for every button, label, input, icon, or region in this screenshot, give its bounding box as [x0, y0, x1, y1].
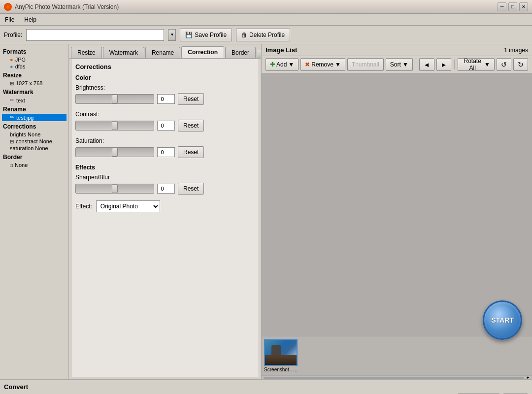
- tab-border[interactable]: Border: [225, 47, 256, 58]
- window-controls[interactable]: ─ □ ✕: [498, 2, 528, 11]
- sidebar-item-brights[interactable]: brights None: [2, 131, 66, 138]
- menubar: File Help: [0, 14, 532, 26]
- sidebar-corrections-header: Corrections: [2, 121, 66, 131]
- effect-select-row: Effect: Original Photo Sepia Black and W…: [75, 200, 255, 212]
- saturation-control: Saturation: Reset: [75, 137, 255, 158]
- brightness-input[interactable]: [157, 94, 175, 104]
- mini-photo: [265, 340, 297, 365]
- sidebar-item-dfds[interactable]: ● dfds: [2, 63, 66, 70]
- scrollbar-track[interactable]: [264, 377, 524, 379]
- saturation-reset-button[interactable]: Reset: [178, 146, 204, 158]
- profile-dropdown-button[interactable]: ▼: [168, 29, 176, 41]
- add-button[interactable]: ✚ Add ▼: [266, 58, 299, 71]
- menu-file[interactable]: File: [2, 15, 17, 24]
- menu-help[interactable]: Help: [21, 15, 39, 24]
- main-content: Formats ● JPG ● dfds Resize ⊞ 1027 x 768…: [0, 44, 532, 379]
- sidebar-item-constract[interactable]: ⊟ constract None: [2, 138, 66, 145]
- saturation-label: Saturation:: [75, 137, 255, 144]
- sidebar-resize-header: Resize: [2, 70, 66, 80]
- rotate-right-button[interactable]: ►: [436, 58, 452, 71]
- constract-icon: ⊟: [10, 139, 14, 144]
- corrections-panel: Corrections Color Brightness: Reset Cont…: [71, 59, 259, 377]
- strip-scrollbar[interactable]: ►: [262, 375, 532, 379]
- right-panel: Image List 1 images ✚ Add ▼ ✖ Remove ▼ T…: [261, 44, 532, 379]
- toolbar-separator-2: [454, 60, 455, 69]
- minimize-button[interactable]: ─: [498, 2, 506, 11]
- thumbnail-item[interactable]: Screenshot - ...: [264, 339, 298, 372]
- effects-section-title: Effects: [75, 164, 255, 171]
- image-list-toolbar: ✚ Add ▼ ✖ Remove ▼ Thumbnail Sort ▼ ◄ ► …: [262, 56, 532, 73]
- add-icon: ✚: [270, 61, 275, 68]
- sidebar-rename-header: Rename: [2, 104, 66, 114]
- image-list-title: Image List: [266, 46, 297, 54]
- sidebar: Formats ● JPG ● dfds Resize ⊞ 1027 x 768…: [0, 44, 69, 379]
- tab-rename[interactable]: Rename: [145, 47, 180, 58]
- brightness-row: Reset: [75, 93, 255, 105]
- maximize-button[interactable]: □: [508, 2, 517, 11]
- rotate-ccw-button[interactable]: ↺: [497, 58, 511, 71]
- center-panel: Resize Watermark Rename Correction Borde…: [69, 44, 261, 379]
- window-title: AnyPic Photo Watermark (Trial Version): [15, 3, 119, 10]
- contrast-slider[interactable]: [75, 121, 154, 131]
- sharpen-reset-button[interactable]: Reset: [178, 183, 204, 195]
- delete-profile-button[interactable]: 🗑 Delete Profile: [236, 29, 290, 41]
- profile-label: Profile:: [4, 32, 22, 38]
- contrast-input[interactable]: [157, 121, 175, 131]
- titlebar: AnyPic Photo Watermark (Trial Version) ─…: [0, 0, 532, 14]
- image-preview-area: [262, 73, 532, 336]
- rotate-all-dropdown-arrow: ▼: [484, 61, 490, 68]
- titlebar-left: AnyPic Photo Watermark (Trial Version): [4, 3, 119, 11]
- scroll-right-arrow[interactable]: ►: [526, 375, 530, 380]
- save-profile-button[interactable]: 💾 Save Profile: [180, 29, 232, 41]
- effect-label: Effect:: [75, 203, 92, 210]
- sharpen-input[interactable]: [157, 184, 175, 194]
- image-list-header: Image List 1 images: [262, 44, 532, 56]
- rotate-all-button[interactable]: Rotate All ▼: [458, 58, 495, 71]
- sidebar-item-watermark[interactable]: ✏ text: [2, 97, 66, 104]
- thumbnail-button[interactable]: Thumbnail: [347, 58, 384, 71]
- start-button-wrapper: START: [483, 300, 522, 340]
- brightness-reset-button[interactable]: Reset: [178, 93, 204, 105]
- image-strip: Screenshot - ...: [262, 336, 532, 375]
- dfds-icon: ●: [10, 64, 13, 69]
- saturation-slider[interactable]: [75, 147, 154, 157]
- remove-icon: ✖: [305, 61, 310, 68]
- profilebar: Profile: ▼ 💾 Save Profile 🗑 Delete Profi…: [0, 26, 532, 44]
- convert-title: Convert: [4, 383, 528, 391]
- tab-correction[interactable]: Correction: [181, 46, 224, 58]
- rotate-cw-button[interactable]: ↻: [513, 58, 528, 71]
- sidebar-item-saturation[interactable]: saturation None: [2, 145, 66, 152]
- sidebar-item-border-none[interactable]: □ None: [2, 162, 66, 168]
- sharpen-control: Sharpen/Blur Reset: [75, 174, 255, 195]
- contrast-row: Reset: [75, 120, 255, 131]
- sidebar-item-resize[interactable]: ⊞ 1027 x 768: [2, 80, 66, 87]
- sidebar-watermark-header: Watermark: [2, 87, 66, 97]
- jpg-icon: ●: [10, 57, 13, 63]
- sidebar-border-header: Border: [2, 152, 66, 162]
- rotate-left-button[interactable]: ◄: [419, 58, 434, 71]
- delete-icon: 🗑: [241, 32, 247, 38]
- contrast-label: Contrast:: [75, 111, 255, 118]
- sort-button[interactable]: Sort ▼: [386, 58, 413, 71]
- color-section-title: Color: [75, 74, 255, 81]
- contrast-reset-button[interactable]: Reset: [178, 120, 204, 131]
- remove-dropdown-arrow: ▼: [335, 61, 341, 68]
- saturation-input[interactable]: [157, 147, 175, 157]
- save-icon: 💾: [185, 32, 193, 38]
- remove-button[interactable]: ✖ Remove ▼: [300, 58, 345, 71]
- thumbnail-label: Screenshot - ...: [264, 367, 298, 372]
- tab-resize[interactable]: Resize: [71, 47, 102, 58]
- brightness-slider[interactable]: [75, 94, 154, 104]
- toolbar-separator-1: [416, 60, 416, 69]
- sort-dropdown-arrow: ▼: [402, 61, 408, 68]
- resize-icon: ⊞: [10, 81, 14, 86]
- profile-input[interactable]: [26, 29, 164, 41]
- sidebar-item-rename[interactable]: ✏ test.jpg: [2, 114, 66, 121]
- sharpen-slider[interactable]: [75, 184, 154, 194]
- close-button[interactable]: ✕: [519, 2, 528, 11]
- effect-select[interactable]: Original Photo Sepia Black and White Vin…: [96, 200, 160, 212]
- sidebar-item-jpg[interactable]: ● JPG: [2, 56, 66, 63]
- corrections-title: Corrections: [75, 63, 255, 70]
- tab-watermark[interactable]: Watermark: [103, 47, 144, 58]
- start-button[interactable]: START: [483, 300, 522, 340]
